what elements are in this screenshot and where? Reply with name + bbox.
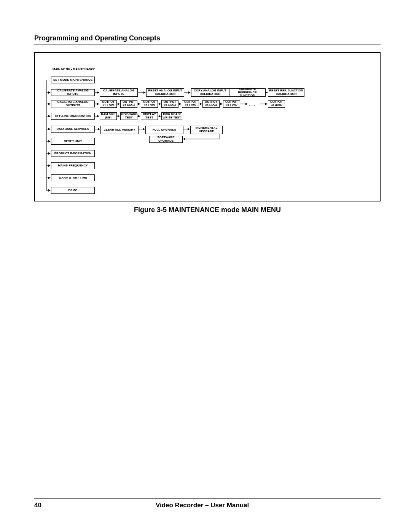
diagram-node: RESET REF. JUNCTION CALIBRATION (268, 88, 304, 97)
diagram-node: RESET ANALOG INPUT CALIBRATION (146, 88, 184, 97)
page-number: 40 (34, 502, 41, 509)
diagram-root-node: SET MODE MAINTENANCE (51, 77, 95, 83)
diagram-node: CALIBRATE ANALOG OUTPUTS (51, 101, 95, 107)
diagram-node: KEYBOARD TEST (120, 112, 137, 120)
diagram-node: RAM SIZE (KB) (100, 112, 117, 120)
diagram-node: DISK READ/ WRITE TEST (161, 112, 182, 120)
diagram-node: CALIBRATE REFERENCE JUNCTION (229, 88, 266, 97)
svg-text:. . .: . . . (249, 101, 255, 107)
figure-frame: . . . MAIN MENU - MAINTENANCE SET MODE M… (34, 52, 381, 201)
diagram-node: OUTPUT #1 LOW (100, 100, 117, 108)
diagram-node: DATABASE SERVICES (51, 126, 95, 133)
diagram-node: RESET UNIT (51, 138, 95, 145)
diagram-node: OFF-LINE DIAGNOSTICS (51, 113, 95, 120)
diagram-node: WARM START TIME (51, 174, 95, 181)
diagram-node: OUTPUT #2 LOW (141, 100, 158, 108)
diagram-node: CLEAR ALL MEMORY (100, 126, 139, 134)
section-title: Programming and Operating Concepts (34, 34, 381, 45)
diagram-node: OUTPUT #4 LOW (223, 100, 240, 108)
diagram-node: PRODUCT INFORMATION (51, 150, 95, 157)
diagram-node: CALIBRATE ANALOG INPUTS (51, 89, 95, 96)
figure-caption: Figure 3-5 MAINTENANCE mode MAIN MENU (34, 206, 381, 214)
diagram-node: SOFTWARE UPGRADE (149, 136, 183, 143)
diagram-node: FULL UPGRADE (145, 126, 183, 134)
diagram-node: DISPLAY TEST (141, 112, 158, 120)
diagram-node: OUTPUT #1 HIGH (120, 100, 137, 108)
doc-title: Video Recorder – User Manual (156, 502, 249, 509)
diagram: . . . MAIN MENU - MAINTENANCE SET MODE M… (35, 53, 380, 201)
diagram-node: OUTPUT #3 HIGH (202, 100, 220, 108)
page-footer: 40 Video Recorder – User Manual (34, 498, 381, 509)
diagram-node: OUTPUT #2 HIGH (161, 100, 178, 108)
diagram-node: INCREMENTAL UPGRADE (190, 126, 223, 134)
document-page: Programming and Operating Concepts (0, 0, 411, 532)
diagram-node: COPY ANALOG INPUT CALIBRATION (191, 88, 229, 97)
diagram-node: OUTPUT #8 HIGH (268, 100, 285, 108)
diagram-node: OUTPUT #3 LOW (182, 100, 199, 108)
diagram-node: DEMO (51, 187, 95, 194)
diagram-breadcrumb: MAIN MENU - MAINTENANCE (52, 67, 120, 72)
diagram-node: CALIBRATE ANALOG INPUTS (100, 88, 138, 97)
diagram-node: MAINS FREQUENCY (51, 162, 95, 169)
